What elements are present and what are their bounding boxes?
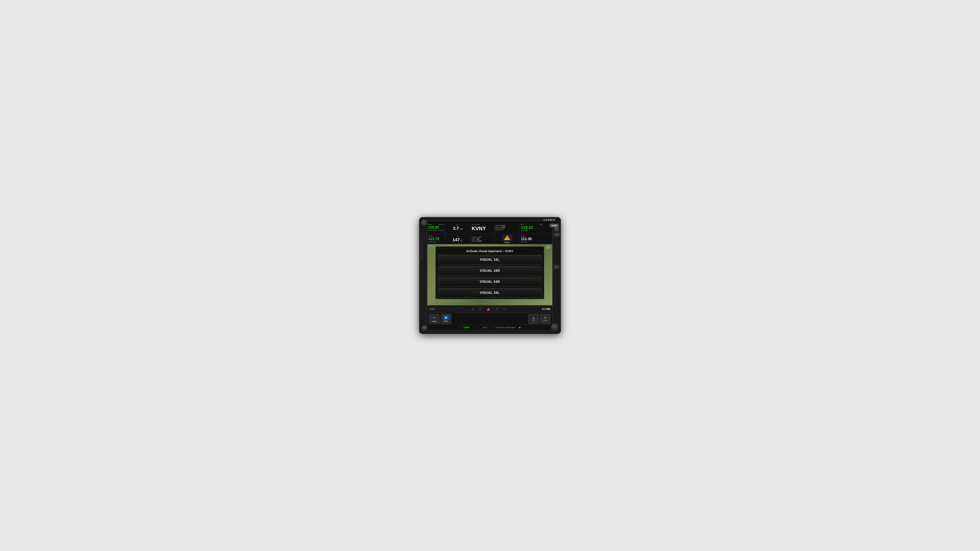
stby2-label: STBY <box>521 235 542 237</box>
right-side-btn[interactable]: ⊕ <box>554 233 559 236</box>
rad-label: RAD: <box>472 238 476 240</box>
left-slider[interactable] <box>421 241 423 260</box>
nav-id: VNY <box>539 224 542 225</box>
dis-label2: DIS: <box>472 240 475 242</box>
main-screen: COM Com Vol 119.30 KVNY TWR Psh Sq DIS 3… <box>427 221 553 330</box>
status-sep2: | <box>473 326 474 329</box>
visual-approach-dialog: Activate Visual Approach – KVNY VISUAL 1… <box>435 246 544 299</box>
com-vol-label: Com Vol <box>438 224 444 225</box>
right-side-btn2[interactable]: ⇒ <box>554 265 559 268</box>
status-arrow: ▶ <box>519 326 521 329</box>
down-arrow-icon: ▼ <box>544 316 547 320</box>
dest-cell: DEST: KVNY DIS: 3.7 NM FROM: N <box>494 221 520 234</box>
dtk-label: DTK <box>429 245 434 247</box>
actvwpt-cell: ACTV WPT KVNY <box>471 221 494 234</box>
msg-bubble-tail <box>444 320 446 321</box>
terrain-icon <box>502 235 512 241</box>
status-sep4: | <box>491 326 492 329</box>
psh-sq-label: Psh Sq <box>439 230 444 231</box>
brand-label: GARMIN <box>543 219 555 221</box>
msg-button[interactable]: M MSG <box>441 314 451 324</box>
tuned-vor-label: Tuned VOR <box>472 236 493 238</box>
nav-cell: NAV VNY 113.10 VNY VOR <box>520 221 544 234</box>
dis-value: 3.7 <box>453 226 459 231</box>
gs-value: 147 <box>453 237 460 242</box>
dialog-title: Activate Visual Approach – KVNY <box>466 249 513 252</box>
msg-icon-letter: M <box>445 316 447 319</box>
cdi-bar: Visual 3.7 NM <box>427 305 552 313</box>
terrain-label: Terrain <box>504 241 510 243</box>
bottom-left-knob[interactable] <box>422 326 427 331</box>
stby-cell: STBY 121.70 KVNY GND <box>427 234 445 244</box>
nav-sub: VNY VOR <box>521 230 542 232</box>
dest-dis-label: DIS: <box>495 227 499 229</box>
up-label: Up <box>532 320 535 322</box>
dest-from-label: FROM: <box>495 229 501 230</box>
com-label: COM <box>428 224 432 225</box>
down-button[interactable]: ▼ Down <box>540 314 551 324</box>
msg-icon: M <box>443 316 449 320</box>
status-sep1: | <box>459 326 460 329</box>
stby2-freq: 111.30 <box>521 237 542 241</box>
nav-freq: 113.10 <box>521 225 542 230</box>
rad-value: 346° <box>476 238 480 240</box>
gs-unit: KT <box>460 240 463 241</box>
status-term: TERM <box>463 326 469 329</box>
info-bar-row1: COM Com Vol 119.30 KVNY TWR Psh Sq DIS 3… <box>427 221 552 234</box>
cdi-distance: 3.7 NM <box>542 308 550 311</box>
right-knob[interactable] <box>554 227 559 232</box>
right-controls: ⊕ ⇒ <box>554 227 559 268</box>
actvwpt-value: KVNY <box>472 225 493 232</box>
trk-value: 181° <box>546 246 550 249</box>
stby2-sub: IVNY ILS <box>521 241 542 243</box>
tuned-vor-cell: Tuned VOR RAD: 346° DIS: 2.9 NM <box>471 234 494 244</box>
dis-unit: NM <box>460 228 463 230</box>
approach-visual-16r[interactable]: VISUAL 16R <box>438 266 542 275</box>
stby-sub: KVNY GND <box>428 241 444 243</box>
cdi-arrow <box>487 308 490 311</box>
status-sep3: | <box>478 326 479 329</box>
nav-label: NAV <box>521 224 524 225</box>
approach-visual-34l[interactable]: VISUAL 34L <box>438 288 542 298</box>
up-arrow-icon: ▲ <box>532 316 535 320</box>
map-area: DTK TRK 18° 181° Activate Visual Approac… <box>427 244 552 305</box>
dis-cell: DIS 3.7 NM <box>445 221 471 234</box>
up-button[interactable]: ▲ Up <box>528 314 539 324</box>
dest-dis-value: 3.7 NM <box>499 227 505 229</box>
stby2-cell: STBY 111.30 IVNY ILS <box>520 234 544 244</box>
back-label: Back <box>432 321 436 322</box>
status-bar: | TERM | | GPS | Com Freq / Psh Nav ▶ <box>427 324 552 330</box>
status-gps: GPS <box>482 326 487 329</box>
cdi-dot-2 <box>479 308 481 310</box>
back-button[interactable]: ↩ Back <box>429 314 439 324</box>
garmin-device: GARMIN ⊕ ⇒ HOME COM Com Vol 119.30 K <box>419 217 561 334</box>
gs-label: GS <box>457 235 459 237</box>
down-label: Down <box>543 320 547 322</box>
gs-cell: GS 147 KT <box>445 234 471 244</box>
cdi-dot-3 <box>496 308 498 310</box>
dis-label: DIS <box>457 224 459 226</box>
terrain-cell: Terrain <box>494 234 520 244</box>
home-button[interactable]: HOME <box>549 224 559 227</box>
com-freq: 119.30 <box>428 225 444 230</box>
com-cell: COM Com Vol 119.30 KVNY TWR Psh Sq <box>427 221 445 234</box>
dis-value2: 2.9 NM <box>476 240 481 242</box>
stby-freq: 121.70 <box>428 237 444 241</box>
cdi-dot-1 <box>472 308 473 310</box>
dest-value: KVNY <box>501 225 506 227</box>
status-com: Com Freq / Psh Nav <box>496 326 515 329</box>
back-icon: ↩ <box>433 315 436 320</box>
cdi-dots <box>436 308 541 311</box>
approach-visual-34r[interactable]: VISUAL 34R <box>438 277 542 287</box>
bottom-right-knob[interactable] <box>551 324 558 331</box>
dest-label: DEST: <box>495 225 500 227</box>
top-left-knob[interactable] <box>422 220 427 225</box>
com-sub: KVNY TWR <box>428 230 436 231</box>
approach-visual-16l[interactable]: VISUAL 16L <box>438 255 542 264</box>
actvwpt-label: ACTV WPT <box>472 224 493 225</box>
cdi-label: Visual <box>429 308 434 310</box>
bottom-bar: ↩ Back M MSG ▲ Up ▼ Down <box>427 313 552 324</box>
info-bar-row2: STBY 121.70 KVNY GND GS 147 KT Tuned VOR… <box>427 234 552 244</box>
stby-label: STBY <box>428 235 444 237</box>
cdi-dot-4 <box>503 308 505 310</box>
